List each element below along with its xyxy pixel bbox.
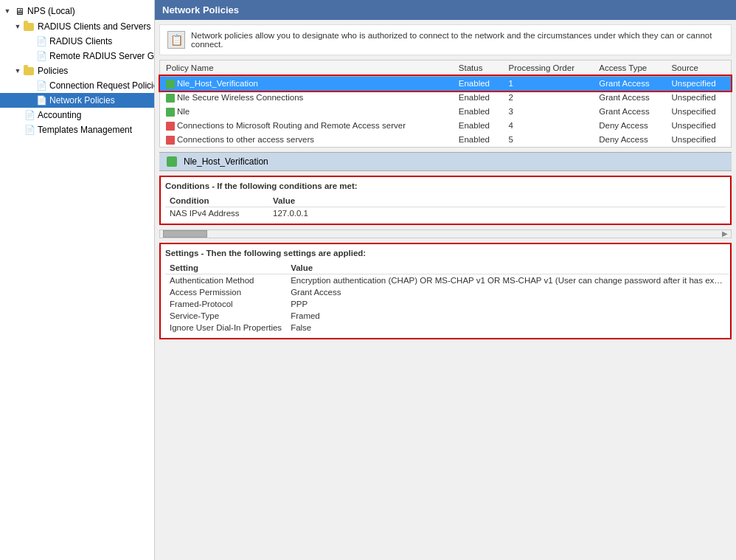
col-source: Source — [665, 61, 731, 76]
setting-row: Access PermissionGrant Access — [165, 286, 729, 298]
sidebar-item-network-policies[interactable]: ▶ 📄 Network Policies — [0, 93, 154, 108]
row-access: Grant Access — [593, 76, 665, 91]
detail-policy-icon — [167, 156, 177, 167]
sidebar-label-radius-clients-servers: RADIUS Clients and Servers — [38, 21, 150, 32]
sidebar-label-policies: Policies — [38, 66, 68, 76]
row-icon — [166, 108, 175, 117]
row-source: Unspecified — [665, 91, 731, 105]
sidebar-label-connection-request: Connection Request Policies — [49, 80, 155, 91]
row-icon — [166, 136, 175, 145]
row-icon — [166, 94, 175, 103]
setting-value-cell: Encryption authentication (CHAP) OR MS-C… — [286, 274, 729, 286]
col-status: Status — [453, 61, 503, 76]
sidebar-label-radius-clients: RADIUS Clients — [49, 36, 112, 46]
sidebar-item-policies[interactable]: ▼ Policies — [0, 63, 154, 78]
detail-header: Nle_Host_Verification — [159, 152, 732, 171]
setting-value-cell: Framed — [286, 310, 729, 322]
doc-icon-radius-clients: 📄 — [35, 35, 47, 47]
policy-table: Policy Name Status Processing Order Acce… — [160, 61, 731, 147]
sidebar-label-accounting: Accounting — [38, 110, 81, 120]
expand-arrow-policies: ▼ — [13, 66, 22, 75]
info-icon: 📋 — [167, 31, 185, 49]
row-order: 3 — [503, 105, 594, 119]
info-banner: 📋 Network policies allow you to designat… — [159, 24, 732, 55]
settings-title: Settings - Then the following settings a… — [165, 249, 726, 257]
row-access: Grant Access — [593, 91, 665, 105]
sidebar-item-radius-clients[interactable]: ▶ 📄 RADIUS Clients — [0, 34, 154, 49]
sidebar-item-remote-radius[interactable]: ▶ 📄 Remote RADIUS Server Groups — [0, 49, 154, 63]
condition-cell: NAS IPv4 Address — [165, 207, 268, 219]
row-order: 2 — [503, 91, 594, 105]
cond-col-condition: Condition — [165, 195, 268, 207]
expand-arrow-nps: ▼ — [3, 7, 12, 15]
row-policy-name: Nle Secure Wireless Connections — [177, 93, 303, 102]
setting-value-cell: Grant Access — [286, 286, 729, 298]
setting-name-cell: Authentication Method — [165, 274, 286, 286]
row-access: Grant Access — [593, 105, 665, 119]
main-header-title: Network Policies — [162, 4, 239, 15]
sidebar-item-templates[interactable]: ▶ 📄 Templates Management — [0, 122, 154, 137]
setting-name-cell: Service-Type — [165, 310, 286, 322]
setting-name-cell: Framed-Protocol — [165, 298, 286, 310]
setting-name-cell: Access Permission — [165, 286, 286, 298]
sidebar-item-radius-clients-servers[interactable]: ▼ RADIUS Clients and Servers — [0, 19, 154, 34]
row-status: Enabled — [453, 119, 503, 133]
row-policy-name: Nle — [177, 107, 190, 116]
col-policy-name: Policy Name — [160, 61, 453, 76]
setting-row: Framed-ProtocolPPP — [165, 298, 729, 310]
doc-icon-network-policies: 📄 — [35, 94, 47, 106]
table-row[interactable]: Connections to Microsoft Routing and Rem… — [160, 119, 731, 133]
table-row[interactable]: Nle_Host_VerificationEnabled1Grant Acces… — [160, 76, 731, 91]
doc-icon-accounting: 📄 — [24, 109, 35, 121]
info-text: Network policies allow you to designate … — [191, 31, 723, 49]
sidebar-item-connection-request[interactable]: ▶ 📄 Connection Request Policies — [0, 78, 154, 93]
table-row[interactable]: Connections to other access serversEnabl… — [160, 133, 731, 147]
settings-col-setting: Setting — [165, 262, 286, 274]
condition-value-cell: 127.0.0.1 — [268, 207, 726, 219]
table-row[interactable]: NleEnabled3Grant AccessUnspecified — [160, 105, 731, 119]
sidebar-item-accounting[interactable]: ▶ 📄 Accounting — [0, 108, 154, 122]
row-policy-name: Connections to Microsoft Routing and Rem… — [177, 121, 406, 130]
setting-row: Service-TypeFramed — [165, 310, 729, 322]
doc-icon-templates: 📄 — [24, 124, 35, 136]
row-source: Unspecified — [665, 76, 731, 91]
row-status: Enabled — [453, 133, 503, 147]
main-content: Network Policies 📋 Network policies allo… — [155, 0, 736, 560]
sidebar-label-network-policies: Network Policies — [49, 95, 115, 106]
sidebar: ▼ 🖥 NPS (Local) ▼ RADIUS Clients and Ser… — [0, 0, 155, 560]
sidebar-item-nps-root[interactable]: ▼ 🖥 NPS (Local) — [0, 3, 154, 19]
settings-col-value: Value — [286, 262, 729, 274]
sidebar-label-nps-root: NPS (Local) — [27, 6, 75, 16]
row-order: 5 — [503, 133, 594, 147]
sidebar-label-remote-radius: Remote RADIUS Server Groups — [49, 51, 155, 61]
policy-table-section: Policy Name Status Processing Order Acce… — [159, 60, 732, 148]
col-processing-order: Processing Order — [503, 61, 594, 76]
row-status: Enabled — [453, 105, 503, 119]
folder-icon-policies — [24, 65, 35, 77]
row-order: 1 — [503, 76, 594, 91]
row-source: Unspecified — [665, 105, 731, 119]
row-source: Unspecified — [665, 133, 731, 147]
row-icon — [166, 80, 175, 89]
cond-col-value: Value — [268, 195, 726, 207]
settings-panel: Settings - Then the following settings a… — [159, 243, 732, 339]
scroll-arrow-right[interactable]: ▶ — [719, 229, 731, 238]
sidebar-label-templates: Templates Management — [38, 125, 132, 135]
row-policy-name: Nle_Host_Verification — [177, 79, 258, 88]
setting-name-cell: Ignore User Dial-In Properties — [165, 322, 286, 333]
table-row[interactable]: Nle Secure Wireless ConnectionsEnabled2G… — [160, 91, 731, 105]
condition-row: NAS IPv4 Address127.0.0.1 — [165, 207, 726, 219]
main-header: Network Policies — [155, 0, 736, 20]
setting-row: Authentication MethodEncryption authenti… — [165, 274, 729, 286]
computer-icon: 🖥 — [13, 5, 25, 17]
conditions-table: Condition Value NAS IPv4 Address127.0.0.… — [165, 195, 726, 219]
conditions-title: Conditions - If the following conditions… — [165, 182, 726, 190]
row-access: Deny Access — [593, 119, 665, 133]
setting-row: Ignore User Dial-In PropertiesFalse — [165, 322, 729, 333]
row-policy-name: Connections to other access servers — [177, 135, 314, 144]
row-icon — [166, 122, 175, 131]
horizontal-scrollbar[interactable]: ▶ — [159, 229, 732, 238]
scrollbar-thumb[interactable] — [163, 230, 207, 238]
col-access-type: Access Type — [593, 61, 665, 76]
row-status: Enabled — [453, 76, 503, 91]
